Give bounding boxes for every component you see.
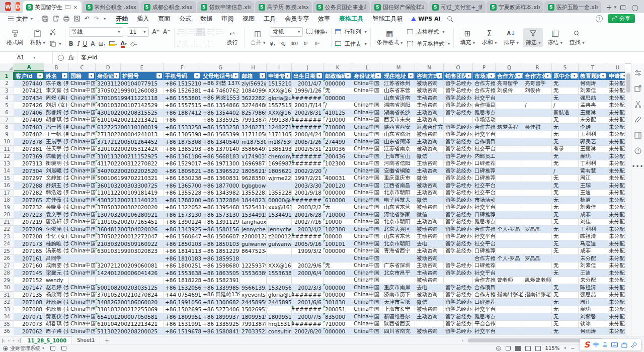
row-number-22[interactable]: 22 bbox=[0, 226, 14, 233]
cell-R3[interactable]: 刘俊伶 bbox=[523, 87, 552, 95]
cell-N3[interactable]: 被动咨询 bbox=[415, 87, 444, 95]
cell-C20[interactable]: China中国 bbox=[69, 211, 96, 218]
cell-J36[interactable]: 2002/8/20 bbox=[292, 328, 324, 335]
cell-M34[interactable]: 新疆维吾尔 bbox=[382, 313, 415, 320]
cell-Q32[interactable] bbox=[496, 299, 523, 306]
cell-R17[interactable] bbox=[523, 190, 552, 197]
cell-F7[interactable]: +86 bbox=[164, 117, 201, 124]
cell-B13[interactable]: 衡琬明 (女 bbox=[44, 160, 69, 167]
filter-dropdown-icon[interactable]: ▾ bbox=[89, 73, 94, 78]
cell-A29[interactable]: 207152 bbox=[14, 277, 44, 284]
cell-F9[interactable]: +86 13053983 bbox=[164, 131, 201, 138]
cell-C13[interactable]: China中国 bbox=[69, 160, 96, 167]
cell-U7[interactable]: 未分配 bbox=[607, 117, 625, 124]
cell-A9[interactable]: 207402 bbox=[14, 131, 44, 138]
export-icon[interactable] bbox=[53, 16, 59, 22]
column-letter-J[interactable]: J bbox=[292, 63, 324, 71]
cell-M2[interactable]: 江苏省徐州 bbox=[382, 80, 415, 87]
cell-U20[interactable]: 未分配 bbox=[607, 211, 625, 218]
cell-C33[interactable]: China中国 bbox=[69, 306, 96, 313]
header-cell-S[interactable]: 原中介机构▾ bbox=[552, 72, 579, 80]
increase-decimal-button[interactable]: .0⁺ bbox=[302, 42, 308, 46]
cell-S29[interactable] bbox=[552, 277, 579, 284]
cell-D4[interactable]: 370105199411221118 bbox=[96, 95, 164, 102]
cell-C21[interactable]: China中国 bbox=[69, 219, 96, 226]
cell-U13[interactable]: 未分配 bbox=[607, 160, 625, 167]
cell-K25[interactable]: 000000 bbox=[324, 248, 352, 255]
cell-A27[interactable]: 207160 bbox=[14, 262, 44, 270]
cell-N12[interactable]: 微信 bbox=[415, 153, 444, 160]
cell-R9[interactable] bbox=[523, 131, 552, 138]
toolbox-icon[interactable] bbox=[621, 342, 627, 348]
cell-N11[interactable]: 被动咨询 bbox=[415, 146, 444, 153]
cell-I18[interactable]: 00000@qq bbox=[267, 197, 292, 204]
cell-U27[interactable]: 未分配 bbox=[607, 262, 625, 270]
cell-H33[interactable]: 150269534 bbox=[240, 306, 267, 313]
cell-B19[interactable]: 吴晓蔓 (女 bbox=[44, 204, 69, 211]
cell-U32[interactable]: 未分配 bbox=[607, 299, 625, 306]
cell-D21[interactable]: 110105200207165451 bbox=[96, 219, 164, 226]
cell-O3[interactable]: 留学总经办 bbox=[444, 87, 473, 95]
cell-M4[interactable]: 山东省济南 bbox=[382, 95, 415, 102]
filter-dropdown-icon[interactable]: ▾ bbox=[233, 73, 238, 78]
row-number-25[interactable]: 25 bbox=[0, 248, 14, 255]
row-number-33[interactable]: 33 bbox=[0, 306, 14, 313]
cell-A6[interactable]: 207406 bbox=[14, 109, 44, 116]
cell-N15[interactable]: 微信 bbox=[415, 175, 444, 182]
cell-G25[interactable]: +86 1851229020 bbox=[201, 248, 240, 255]
cell-G24[interactable]: +86 1850103098 bbox=[201, 240, 240, 247]
filter-dropdown-icon[interactable]: ▾ bbox=[37, 73, 43, 78]
cell-G30[interactable]: +86 1339985047 bbox=[201, 284, 240, 291]
cell-B5[interactable]: 刘妍 (女) bbox=[44, 102, 69, 109]
cell-P33[interactable]: 社交平台/ bbox=[473, 306, 496, 313]
decrease-indent-icon[interactable] bbox=[207, 30, 213, 34]
cell-T34[interactable]: 刘紫馨 bbox=[579, 313, 607, 320]
cell-H16[interactable]: bgbgbow@ bbox=[240, 182, 267, 189]
cell-R6[interactable] bbox=[523, 109, 552, 116]
cell-M32[interactable]: 天津市宝坻 bbox=[382, 299, 415, 306]
cell-O20[interactable]: 留学总经办 bbox=[444, 211, 473, 218]
cell-S35[interactable]: 无 bbox=[552, 321, 579, 328]
formula-input[interactable]: 客户id bbox=[77, 52, 644, 63]
cell-C15[interactable]: China中国 bbox=[69, 175, 96, 182]
cell-I7[interactable]: 799138782 bbox=[267, 117, 292, 124]
row-number-3[interactable]: 3 bbox=[0, 87, 14, 95]
cell-D13[interactable]: 411702200312270822 bbox=[96, 160, 164, 167]
cell-L24[interactable]: China中国 bbox=[352, 240, 382, 247]
cell-P32[interactable]: 口碑推荐,笔 bbox=[473, 299, 496, 306]
cell-N21[interactable]: 主动咨询 bbox=[415, 219, 444, 226]
cell-G27[interactable]: +86 1598680231 bbox=[201, 262, 240, 270]
cell-I11[interactable]: 138519326 bbox=[267, 146, 292, 153]
borders-button[interactable]: ⊞▾ bbox=[98, 40, 105, 47]
cell-R31[interactable]: 指南针张老 bbox=[523, 292, 552, 299]
cell-K8[interactable]: 710000 bbox=[324, 124, 352, 131]
cell-C30[interactable]: China中国 bbox=[69, 284, 96, 291]
cell-D35[interactable]: 610104200212213421 bbox=[96, 321, 164, 328]
cell-Q19[interactable] bbox=[496, 204, 523, 211]
cell-G2[interactable]: +86 刘慧 137052 bbox=[201, 80, 240, 87]
cell-P27[interactable]: 口碑推荐,笔 bbox=[473, 262, 496, 270]
cell-A33[interactable]: 207088 bbox=[14, 306, 44, 313]
cell-B16[interactable]: 舒妍玉 (女 bbox=[44, 182, 69, 189]
cell-K18[interactable]: 610000 bbox=[324, 197, 352, 204]
cell-S25[interactable]: 无 bbox=[552, 248, 579, 255]
cell-R35[interactable] bbox=[523, 321, 552, 328]
menu-item-插入[interactable]: 插入 bbox=[132, 13, 153, 24]
cell-F14[interactable]: +86 18056219 bbox=[164, 167, 201, 174]
cell-U30[interactable]: 未分配 bbox=[607, 284, 625, 291]
search-icon[interactable] bbox=[447, 16, 453, 22]
cell-P7[interactable]: 市场活动, bbox=[473, 117, 496, 124]
cell-K16[interactable]: 200120 bbox=[324, 182, 352, 189]
cell-D22[interactable]: 360481200304020026 bbox=[96, 226, 164, 233]
column-letter-O[interactable]: O bbox=[444, 63, 473, 71]
row-number-23[interactable]: 23 bbox=[0, 233, 14, 240]
cell-M6[interactable]: 湖南省长沙 bbox=[382, 109, 415, 116]
cell-L29[interactable]: China中国 bbox=[352, 277, 382, 284]
cell-G15[interactable]: +86 1360831276 bbox=[201, 175, 240, 182]
cell-L5[interactable]: China中国 bbox=[352, 102, 382, 109]
cell-C14[interactable]: China中国 bbox=[69, 167, 96, 174]
cell-M7[interactable]: 西安市未央 bbox=[382, 117, 415, 124]
file-tab-2[interactable]: S常州公积金 .xlsx bbox=[83, 1, 139, 13]
cell-Q9[interactable] bbox=[496, 131, 523, 138]
cell-S32[interactable]: 无 bbox=[552, 299, 579, 306]
